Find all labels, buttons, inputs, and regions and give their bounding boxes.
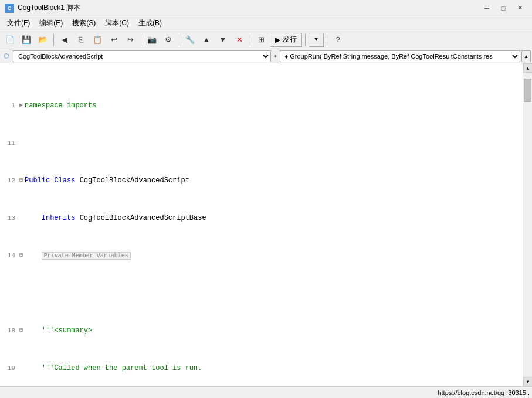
stop-button[interactable]: ✕ xyxy=(232,32,247,47)
scroll-down-button[interactable]: ▼ xyxy=(523,377,532,386)
toolbar-sep-2 xyxy=(141,34,141,46)
camera-button[interactable]: 📷 xyxy=(144,32,160,47)
maximize-button[interactable]: □ xyxy=(496,2,511,14)
toolbar-sep-6 xyxy=(327,34,327,46)
open-button[interactable]: 📂 xyxy=(35,32,50,47)
new-button[interactable]: 📄 xyxy=(2,32,18,47)
code-line-19: 19 '''Called when the parent tool is run… xyxy=(0,363,523,373)
help-button[interactable]: ? xyxy=(330,32,345,47)
scrollbar-thumb[interactable] xyxy=(524,79,531,102)
code-line-11: 11 xyxy=(0,138,523,148)
down-button[interactable]: ▼ xyxy=(215,32,231,47)
fold-icon[interactable]: ▶ xyxy=(18,101,25,110)
class-selector[interactable]: CogToolBlockAdvancedScript xyxy=(13,50,271,62)
code-line-12: 12 ⊟ Public Class CogToolBlockAdvancedSc… xyxy=(0,176,523,185)
minimize-button[interactable]: ─ xyxy=(479,2,494,14)
nav-bar: ⬡ CogToolBlockAdvancedScript ♦ ♦ GroupRu… xyxy=(0,49,532,63)
run-icon: ▶ xyxy=(275,36,280,44)
toolbar-sep-1 xyxy=(53,34,54,46)
scroll-up-button[interactable]: ▲ xyxy=(523,63,532,73)
nav-icon: ⬡ xyxy=(1,52,12,60)
code-content: 1 ▶ namespace imports 11 12 ⊟ Public Cla… xyxy=(0,63,523,386)
code-line-14: 14 ⊟ Private Member Variables xyxy=(0,251,523,260)
status-bar: https://blog.csdn.net/qq_30315.. xyxy=(0,386,532,398)
line-num: 1 xyxy=(0,101,18,110)
nav-scroll-up[interactable]: ▲ xyxy=(521,50,531,62)
grid-button[interactable]: ⊞ xyxy=(253,32,269,47)
menu-bar: 文件(F) 编辑(E) 搜索(S) 脚本(C) 生成(B) xyxy=(0,16,532,30)
line-code: namespace imports xyxy=(25,101,523,110)
menu-search[interactable]: 搜索(S) xyxy=(67,17,100,29)
save-button[interactable]: 💾 xyxy=(19,32,34,47)
undo-btn2[interactable]: ↪ xyxy=(123,32,138,47)
run-dropdown[interactable]: ▼ xyxy=(309,33,324,47)
toolbar: 📄 💾 📂 ◀ ⎘ 📋 ↩ ↪ 📷 ⚙ 🔧 ▲ ▼ ✕ ⊞ ▶ 发行 ▼ ? xyxy=(0,30,532,49)
code-editor[interactable]: 1 ▶ namespace imports 11 12 ⊟ Public Cla… xyxy=(0,63,523,386)
window-controls: ─ □ ✕ xyxy=(479,2,527,14)
scrollbar-track[interactable] xyxy=(523,73,532,377)
toolbar-sep-4 xyxy=(250,34,250,46)
copy-button[interactable]: ⎘ xyxy=(73,32,89,47)
code-line-18: 18 ⊟ '''<summary> xyxy=(0,326,523,335)
nav-sep-icon: ♦ xyxy=(273,53,277,60)
editor-area: 1 ▶ namespace imports 11 12 ⊟ Public Cla… xyxy=(0,63,532,386)
run-label: 发行 xyxy=(283,35,297,45)
app-icon: C xyxy=(5,4,14,13)
menu-edit[interactable]: 编辑(E) xyxy=(35,17,67,29)
vertical-scrollbar[interactable]: ▲ ▼ xyxy=(523,63,532,386)
settings-button[interactable]: ⚙ xyxy=(161,32,176,47)
paste-button[interactable]: 📋 xyxy=(90,32,105,47)
code-line-1: 1 ▶ namespace imports xyxy=(0,101,523,110)
toolbar-sep-5 xyxy=(305,34,306,46)
menu-file[interactable]: 文件(F) xyxy=(2,17,35,29)
title-bar: C CogToolBlock1 脚本 ─ □ ✕ xyxy=(0,0,532,16)
undo-btn1[interactable]: ↩ xyxy=(106,32,121,47)
back-button[interactable]: ◀ xyxy=(57,32,72,47)
close-button[interactable]: ✕ xyxy=(512,2,527,14)
run-button[interactable]: ▶ 发行 xyxy=(270,33,302,47)
toolbar-sep-3 xyxy=(179,34,179,46)
code-line-blank xyxy=(0,288,523,298)
menu-script[interactable]: 脚本(C) xyxy=(100,17,134,29)
status-url: https://blog.csdn.net/qq_30315.. xyxy=(2,389,530,396)
up-button[interactable]: ▲ xyxy=(199,32,214,47)
tool1-button[interactable]: 🔧 xyxy=(182,32,198,47)
menu-build[interactable]: 生成(B) xyxy=(134,17,167,29)
window-title: CogToolBlock1 脚本 xyxy=(18,3,479,13)
code-line-13: 13 Inherits CogToolBlockAdvancedScriptBa… xyxy=(0,213,523,223)
method-selector[interactable]: ♦ GroupRun( ByRef String message, ByRef … xyxy=(280,50,520,62)
